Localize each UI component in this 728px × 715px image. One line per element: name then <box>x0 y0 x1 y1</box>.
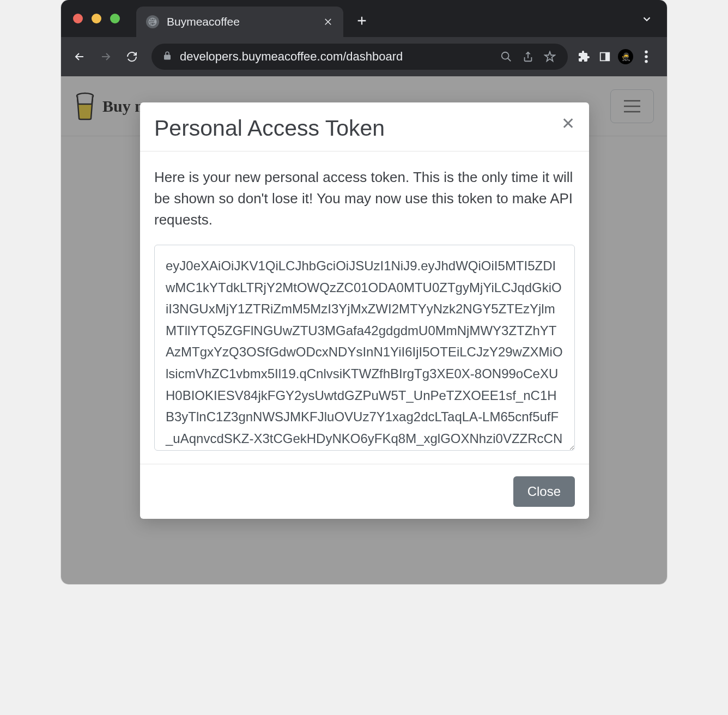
svg-point-0 <box>502 52 509 59</box>
address-bar[interactable]: developers.buymeacoffee.com/dashboard <box>151 44 568 70</box>
modal-header: Personal Access Token ✕ <box>140 102 589 152</box>
forward-button[interactable] <box>95 46 117 68</box>
reload-button[interactable] <box>121 46 143 68</box>
svg-point-2 <box>645 51 647 53</box>
new-tab-button[interactable] <box>354 13 369 28</box>
share-icon[interactable] <box>521 50 535 64</box>
extensions-button[interactable] <box>577 49 592 64</box>
window-maximize-button[interactable] <box>110 14 120 23</box>
browser-toolbar: developers.buymeacoffee.com/dashboard 🥷 <box>61 37 667 76</box>
access-token-modal: Personal Access Token ✕ Here is your new… <box>140 102 589 519</box>
browser-window: Buymeacoffee developers.buymeacoffee.com… <box>61 0 667 584</box>
svg-point-4 <box>645 60 647 63</box>
svg-point-3 <box>645 55 647 58</box>
tabs-dropdown-button[interactable] <box>641 13 653 27</box>
modal-close-button[interactable]: ✕ <box>561 116 575 132</box>
modal-body: Here is your new personal access token. … <box>140 152 589 464</box>
browser-menu-button[interactable] <box>639 49 654 64</box>
tab-title: Buymeacoffee <box>167 15 315 28</box>
modal-footer: Close <box>140 464 589 519</box>
search-icon[interactable] <box>499 50 513 64</box>
close-button[interactable]: Close <box>513 476 575 507</box>
token-textarea[interactable] <box>154 245 575 451</box>
window-minimize-button[interactable] <box>92 14 101 23</box>
window-controls <box>73 14 120 23</box>
url-text: developers.buymeacoffee.com/dashboard <box>180 50 492 64</box>
bookmark-star-icon[interactable] <box>543 50 557 64</box>
profile-avatar[interactable]: 🥷 <box>618 49 633 64</box>
browser-titlebar: Buymeacoffee <box>61 0 667 37</box>
modal-description: Here is your new personal access token. … <box>154 167 575 231</box>
tab-close-button[interactable] <box>323 16 333 27</box>
lock-icon <box>162 50 172 64</box>
back-button[interactable] <box>69 46 90 68</box>
window-close-button[interactable] <box>73 14 83 23</box>
side-panel-button[interactable] <box>597 49 612 64</box>
browser-tab[interactable]: Buymeacoffee <box>136 7 343 37</box>
svg-rect-1 <box>606 53 609 61</box>
modal-title: Personal Access Token <box>154 116 385 141</box>
globe-icon <box>146 15 159 28</box>
